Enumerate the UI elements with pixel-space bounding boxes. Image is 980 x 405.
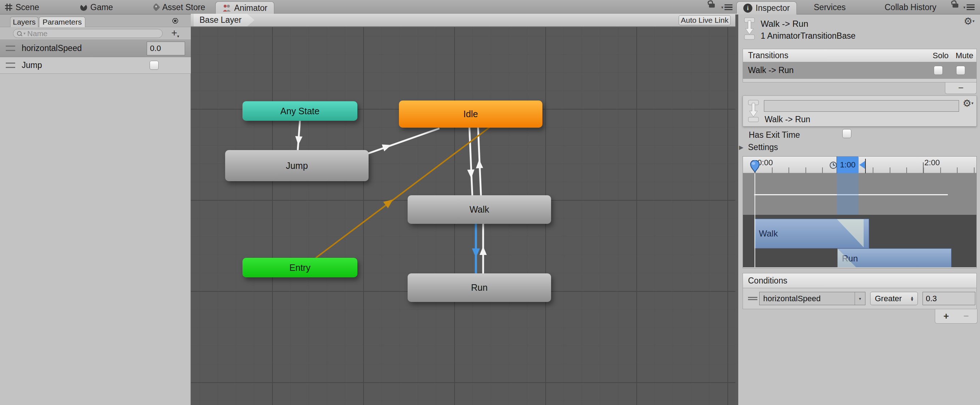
tab-label: Game bbox=[90, 3, 113, 12]
inspector-menu-icon[interactable]: ▾ bbox=[963, 0, 975, 14]
tab-inspector[interactable]: i Inspector bbox=[737, 2, 797, 14]
search-placeholder: Name bbox=[27, 29, 48, 38]
timeline-bottom-bevel bbox=[743, 267, 977, 268]
gear-icon[interactable]: ⚙▾ bbox=[963, 99, 974, 109]
tab-parameters[interactable]: Parameters bbox=[39, 17, 85, 27]
transition-idle-walk bbox=[469, 128, 472, 195]
has-exit-time-checkbox[interactable] bbox=[842, 129, 851, 138]
tab-animator[interactable]: Animator bbox=[215, 2, 274, 14]
inspector-lock-icon[interactable] bbox=[953, 0, 958, 8]
inspector-panel: Walk -> Run 1 AnimatorTransitionBase ⚙▾ … bbox=[738, 14, 980, 405]
eye-icon[interactable] bbox=[170, 18, 180, 24]
search-input[interactable]: ▾ Name bbox=[13, 29, 162, 38]
condition-comparator-dropdown[interactable]: Greater ▴▾ bbox=[870, 292, 918, 305]
panel-divider[interactable] bbox=[735, 14, 738, 405]
transitions-list-footer bbox=[743, 79, 977, 83]
transition-duration-band[interactable] bbox=[837, 173, 859, 215]
parameter-search-row: ▾ Name +▾ bbox=[0, 27, 191, 40]
state-node-entry[interactable]: Entry bbox=[242, 258, 357, 277]
drag-handle-icon[interactable] bbox=[748, 297, 757, 300]
inspector-title: Walk -> Run bbox=[760, 19, 808, 29]
clip-walk[interactable]: Walk bbox=[754, 219, 869, 249]
state-machine-graph[interactable]: Any State Idle Jump Walk Entry Run bbox=[191, 27, 738, 405]
clip-run[interactable]: Run bbox=[837, 249, 951, 268]
transition-name-box: ⚙▾ Walk -> Run bbox=[743, 96, 977, 126]
parameter-name: horizontalSpeed bbox=[22, 43, 82, 53]
tab-layers[interactable]: Layers bbox=[10, 17, 38, 27]
add-parameter-button[interactable]: +▾ bbox=[171, 27, 179, 39]
tab-collab-history[interactable]: Collab History bbox=[885, 0, 936, 14]
mute-column-label: Mute bbox=[954, 51, 975, 61]
highlighted-time-label[interactable]: 1:00 bbox=[837, 156, 859, 173]
state-label: Run bbox=[471, 282, 488, 293]
condition-row: horizontalSpeed ▾ Greater ▴▾ bbox=[743, 288, 977, 309]
parameter-checkbox[interactable] bbox=[150, 61, 159, 70]
state-node-run[interactable]: Run bbox=[407, 273, 551, 302]
condition-parameter-dropdown[interactable]: horizontalSpeed ▾ bbox=[759, 292, 865, 305]
auto-live-link-button[interactable]: Auto Live Link bbox=[679, 15, 731, 25]
tab-services[interactable]: Services bbox=[814, 0, 846, 14]
transition-end-marker-icon[interactable] bbox=[859, 161, 865, 169]
parameter-row-horizontalspeed[interactable]: horizontalSpeed bbox=[0, 40, 191, 57]
state-label: Jump bbox=[286, 161, 308, 171]
transition-entry-idle bbox=[316, 127, 490, 258]
parameter-name: Jump bbox=[22, 61, 42, 70]
parameter-value-field[interactable] bbox=[147, 41, 185, 55]
condition-value-field[interactable] bbox=[923, 292, 975, 305]
timeline-ruler[interactable]: 0:00 2:00 1:00 bbox=[743, 156, 977, 173]
solo-checkbox[interactable] bbox=[934, 66, 943, 75]
unity-editor-window: Scene Game Asset Store Animator ▾ i Insp… bbox=[0, 0, 980, 405]
state-label: Idle bbox=[463, 109, 478, 120]
tab-game[interactable]: Game bbox=[80, 0, 113, 14]
grid-icon bbox=[5, 4, 12, 11]
transition-timeline: 0:00 2:00 1:00 bbox=[743, 156, 977, 268]
transition-row-label: Walk -> Run bbox=[748, 65, 794, 75]
clip-label: Walk bbox=[759, 228, 778, 239]
state-label: Any State bbox=[280, 106, 320, 116]
parameters-panel-tabrow: Layers Parameters bbox=[0, 14, 191, 27]
transition-icon bbox=[746, 99, 761, 123]
state-node-jump[interactable]: Jump bbox=[225, 150, 369, 181]
tab-label: Animator bbox=[234, 3, 267, 13]
playhead-icon[interactable] bbox=[749, 160, 760, 173]
top-tab-bar: Scene Game Asset Store Animator ▾ i Insp… bbox=[0, 0, 980, 14]
tab-label: Scene bbox=[16, 3, 39, 12]
add-condition-button[interactable]: + bbox=[943, 311, 949, 322]
solo-column-label: Solo bbox=[931, 51, 950, 61]
transition-name-field[interactable] bbox=[764, 100, 959, 112]
transition-icon bbox=[742, 17, 757, 40]
tab-label: Inspector bbox=[756, 3, 790, 13]
tab-label: Layers bbox=[13, 18, 35, 26]
mute-checkbox[interactable] bbox=[956, 66, 965, 75]
animator-menu-icon[interactable]: ▾ bbox=[721, 0, 732, 14]
inspector-subtitle: 1 AnimatorTransitionBase bbox=[760, 31, 856, 41]
tab-asset-store[interactable]: Asset Store bbox=[153, 0, 205, 14]
remove-transition-button[interactable]: − bbox=[945, 83, 977, 94]
tab-label: Asset Store bbox=[162, 3, 205, 12]
animator-lock-icon[interactable] bbox=[709, 0, 715, 8]
crossfade-out-shade bbox=[837, 219, 864, 247]
tab-scene[interactable]: Scene bbox=[5, 0, 39, 14]
parameter-row-jump[interactable]: Jump bbox=[0, 57, 191, 74]
conditions-add-remove-box: + − bbox=[935, 309, 977, 324]
state-node-any-state[interactable]: Any State bbox=[242, 101, 357, 121]
playhead-line bbox=[754, 173, 755, 268]
breadcrumb-label: Base Layer bbox=[199, 15, 242, 25]
drag-handle-icon[interactable] bbox=[6, 46, 15, 51]
timeline-clips-area: Walk Run bbox=[743, 215, 977, 268]
gear-icon[interactable]: ⚙▾ bbox=[964, 17, 975, 27]
info-icon: i bbox=[743, 4, 752, 13]
transition-end-marker[interactable] bbox=[865, 159, 866, 173]
settings-foldout-label[interactable]: Settings bbox=[748, 142, 778, 152]
drag-handle-icon[interactable] bbox=[6, 62, 15, 68]
transition-name-label: Walk -> Run bbox=[765, 115, 810, 124]
breadcrumb[interactable]: Base Layer bbox=[194, 14, 255, 26]
transition-list-row[interactable]: Walk -> Run bbox=[743, 62, 977, 79]
state-node-idle[interactable]: Idle bbox=[399, 100, 542, 128]
remove-condition-button[interactable]: − bbox=[963, 311, 969, 322]
tab-label: Services bbox=[814, 3, 846, 12]
foldout-arrow-icon[interactable]: ▶ bbox=[739, 144, 743, 151]
state-node-walk[interactable]: Walk bbox=[407, 195, 551, 224]
animator-people-icon bbox=[222, 4, 231, 12]
conditions-section-header: Conditions bbox=[743, 273, 977, 288]
